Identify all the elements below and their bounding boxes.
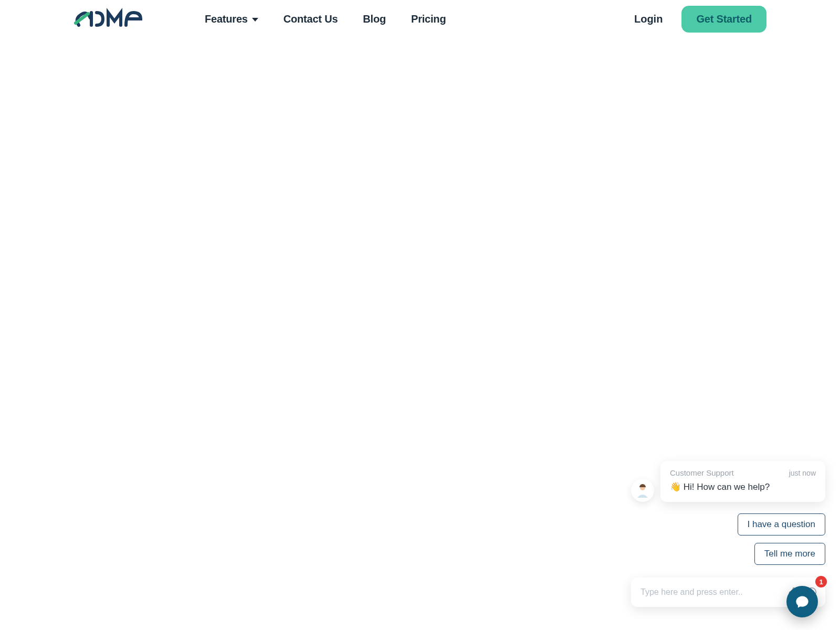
chat-message-text: 👋 Hi! How can we help? <box>670 481 816 494</box>
chat-bubble-icon <box>795 594 810 609</box>
chat-input[interactable] <box>640 587 781 597</box>
chat-widget: Customer Support just now 👋 Hi! How can … <box>631 461 825 607</box>
nav-blog[interactable]: Blog <box>363 13 386 25</box>
person-icon <box>635 483 650 498</box>
nav-pricing-label: Pricing <box>411 13 446 25</box>
chat-quick-replies: I have a question Tell me more <box>631 513 825 565</box>
quick-reply-question[interactable]: I have a question <box>738 513 825 536</box>
quick-reply-more[interactable]: Tell me more <box>754 543 825 565</box>
chat-timestamp: just now <box>789 469 816 477</box>
chat-message-bubble: Customer Support just now 👋 Hi! How can … <box>660 461 825 502</box>
chat-unread-badge: 1 <box>815 576 827 587</box>
nav-contact-label: Contact Us <box>284 13 338 25</box>
login-link[interactable]: Login <box>634 13 663 25</box>
chevron-down-icon <box>252 18 258 22</box>
nav-contact[interactable]: Contact Us <box>284 13 338 25</box>
nav-pricing[interactable]: Pricing <box>411 13 446 25</box>
chat-launcher-button[interactable] <box>786 586 818 617</box>
nav-features[interactable]: Features <box>205 13 258 25</box>
chat-message-row: Customer Support just now 👋 Hi! How can … <box>631 461 825 502</box>
site-header: Features Contact Us Blog Pricing Login G… <box>0 0 840 38</box>
brand-logo[interactable] <box>74 7 163 30</box>
nav-blog-label: Blog <box>363 13 386 25</box>
nav-features-label: Features <box>205 13 248 25</box>
chat-sender-name: Customer Support <box>670 468 734 477</box>
brand-logo-icon <box>74 7 163 30</box>
get-started-button[interactable]: Get Started <box>681 6 766 33</box>
header-actions: Login Get Started <box>634 6 766 33</box>
chat-message-header: Customer Support just now <box>670 468 816 477</box>
primary-nav: Features Contact Us Blog Pricing <box>205 13 446 25</box>
support-avatar <box>631 479 654 502</box>
